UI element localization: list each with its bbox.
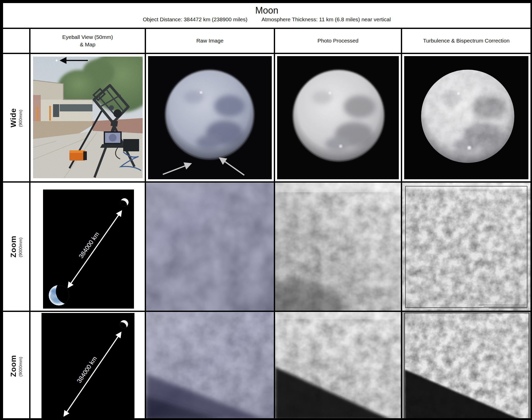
laptop [100, 131, 125, 148]
eyeball-photo [33, 57, 143, 178]
zoom2-raw-cell [146, 312, 274, 420]
row-label-zoom-2: Zoom (9000mm) [3, 312, 29, 420]
page-title: Moon [255, 5, 278, 16]
subtitle-row: Object Distance: 384472 km (238900 miles… [143, 16, 391, 23]
zoom1-processed-cell [275, 183, 401, 311]
processed-moon-image [277, 56, 399, 179]
comparison-table: Moon Object Distance: 384472 km (238900 … [0, 0, 532, 420]
object-distance-text: Object Distance: 384472 km (238900 miles… [143, 16, 247, 23]
row-label-zoom2-focal: (9000mm) [18, 357, 23, 376]
row-label-wide-text: Wide [9, 108, 18, 127]
turbulence-zoom-surface [402, 183, 530, 311]
earth-moon-map: 384000 km [43, 190, 134, 309]
column-header-photo-processed: Photo Processed [275, 29, 401, 53]
row-label-zoom1-text: Zoom [9, 236, 18, 258]
wide-turbulence-cell [402, 54, 530, 181]
raw-zoom-surface [146, 183, 274, 311]
orange-case [69, 150, 87, 161]
zoom2-map-cell: 384000 km [30, 312, 145, 420]
wide-raw-image-cell [146, 54, 274, 181]
moon-dot [56, 60, 58, 61]
column-header-turbulence: Turbulence & Bispectrum Correction [402, 29, 530, 53]
atmosphere-thickness-text: Atmosphere Thickness: 11 km (6.8 miles) … [262, 16, 391, 23]
earth-moon-map: 384000 km [41, 313, 134, 420]
column-header-raw-image: Raw Image [146, 29, 274, 53]
wide-eyeball-photo-cell [30, 54, 145, 181]
row-label-zoom1-focal: (9000mm) [18, 237, 23, 257]
table-bottom-border [0, 418, 532, 420]
processed-zoom-surface [275, 183, 401, 311]
raw-zoom-surface [146, 312, 274, 420]
zoom1-raw-cell [146, 183, 274, 311]
row-label-wide-focal: (900mm) [18, 110, 23, 127]
equipment-case [123, 139, 139, 151]
turbulence-moon-image [404, 56, 528, 179]
corner-header-cell [3, 29, 29, 53]
column-header-eyeball: Eyeball View (50mm) & Map [30, 29, 145, 53]
column-header-eyeball-line2: & Map [80, 41, 96, 48]
raw-moon-image [148, 56, 272, 179]
row-label-zoom2-text: Zoom [9, 355, 18, 377]
row-label-wide: Wide (900mm) [3, 54, 29, 181]
table-title-cell: Moon Object Distance: 384472 km (238900 … [3, 3, 530, 28]
zoom2-processed-cell [275, 312, 401, 420]
wide-photo-processed-cell [275, 54, 401, 181]
turbulence-zoom-surface [402, 312, 530, 420]
processed-zoom-surface [275, 312, 401, 420]
column-header-eyeball-line1: Eyeball View (50mm) [62, 34, 113, 41]
zoom1-map-cell: 384000 km [30, 183, 145, 311]
row-label-zoom-1: Zoom (9000mm) [3, 183, 29, 311]
zoom2-turbulence-cell [402, 312, 530, 420]
zoom1-turbulence-cell [402, 183, 530, 311]
